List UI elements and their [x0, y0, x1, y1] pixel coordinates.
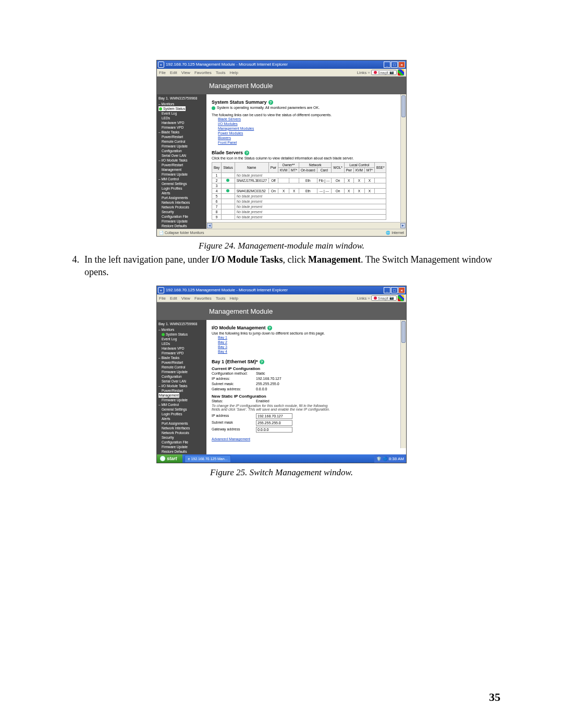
nav-item[interactable]: Remote Control — [158, 365, 205, 369]
jump-link[interactable]: Bay 4 — [218, 349, 401, 354]
maximize-button[interactable]: □ — [391, 61, 398, 68]
scroll-right-icon[interactable]: ► — [400, 223, 406, 228]
nav-item[interactable]: – Blade Tasks — [158, 355, 205, 360]
gateway-input[interactable] — [256, 427, 292, 433]
nav-item[interactable]: Firmware Update — [158, 219, 205, 224]
nav-item[interactable]: Hardware VPD — [158, 346, 205, 351]
nav-item[interactable]: Firmware Update — [158, 445, 205, 449]
nav-item[interactable]: Restart MM — [158, 228, 205, 229]
nav-item[interactable]: Configuration — [158, 149, 205, 153]
minimize-button[interactable]: _ — [384, 61, 390, 68]
horizontal-scrollbar[interactable]: ◄ ► — [206, 222, 406, 229]
nav-item[interactable]: Restore Defaults — [158, 449, 205, 454]
nav-item[interactable]: Port Assignments — [158, 421, 205, 426]
nav-item[interactable]: – I/O Module Tasks — [158, 384, 205, 388]
nav-item[interactable]: – Blade Tasks — [158, 130, 205, 134]
close-button[interactable]: × — [398, 287, 405, 293]
nav-item[interactable]: Network Interfaces — [158, 426, 205, 430]
nav-item[interactable]: LEDs — [158, 341, 205, 346]
menu-tools[interactable]: Tools — [216, 70, 226, 75]
nav-item[interactable]: Event Log — [158, 111, 205, 116]
jump-link[interactable]: Bay 3 — [218, 344, 401, 349]
nav-item[interactable]: Firmware Update — [158, 172, 205, 177]
nav-item[interactable]: Security — [158, 209, 205, 214]
ip-address-input[interactable] — [256, 413, 292, 419]
vertical-scrollbar[interactable] — [400, 94, 406, 223]
nav-item[interactable]: Login Profiles — [158, 186, 205, 191]
nav-item[interactable]: Login Profiles — [158, 412, 205, 416]
menu-edit[interactable]: Edit — [170, 70, 177, 75]
nav-item[interactable]: Firmware VPD — [158, 351, 205, 355]
nav-item[interactable]: Management — [158, 167, 205, 172]
nav-item[interactable]: Network Protocols — [158, 430, 205, 435]
nav-item[interactable]: – MM Control — [158, 402, 205, 407]
quick-link[interactable]: Blowers — [218, 135, 401, 140]
scroll-left-icon[interactable]: ◄ — [207, 223, 212, 228]
quick-link[interactable]: Power Modules — [218, 131, 401, 135]
nav-item[interactable]: Power/Restart — [158, 163, 205, 167]
menu-edit[interactable]: Edit — [170, 296, 177, 301]
nav-item[interactable]: Restore Defaults — [158, 224, 205, 228]
menu-view[interactable]: View — [181, 296, 190, 301]
help-icon[interactable]: ? — [267, 326, 272, 330]
nav-item[interactable]: Firmware Update — [158, 398, 205, 402]
nav-item[interactable]: Configuration — [158, 374, 205, 379]
snagit-button[interactable]: SnagIt 📷 — [371, 295, 397, 301]
menu-favorites[interactable]: Favorites — [194, 70, 212, 75]
snagit-button[interactable]: SnagIt 📷 — [371, 70, 397, 75]
nav-item[interactable]: Firmware VPD — [158, 125, 205, 130]
nav-item[interactable]: Firmware Update — [158, 369, 205, 374]
menu-tools[interactable]: Tools — [216, 296, 226, 301]
help-icon[interactable]: ? — [260, 360, 264, 364]
nav-item[interactable]: Serial Over LAN — [158, 153, 205, 158]
menu-file[interactable]: File — [159, 70, 166, 75]
nav-item[interactable]: Alerts — [158, 191, 205, 195]
nav-item[interactable]: System Status — [158, 106, 186, 111]
menu-favorites[interactable]: Favorites — [194, 296, 212, 301]
nav-item[interactable]: LEDs — [158, 116, 205, 120]
minimize-button[interactable]: _ — [384, 287, 390, 293]
menu-help[interactable]: Help — [229, 296, 238, 301]
nav-item[interactable]: Power/Restart — [158, 388, 205, 393]
nav-item[interactable]: Network Interfaces — [158, 200, 205, 205]
nav-item[interactable]: Hardware VPD — [158, 120, 205, 125]
nav-item[interactable]: System Status — [158, 332, 205, 337]
menu-file[interactable]: File — [159, 296, 166, 301]
nav-item[interactable]: Alerts — [158, 416, 205, 421]
nav-item[interactable]: Power/Restart — [158, 134, 205, 139]
nav-item[interactable]: Network Protocols — [158, 205, 205, 209]
subnet-mask-input[interactable] — [256, 420, 292, 426]
nav-item[interactable]: Configuration File — [158, 440, 205, 445]
nav-item[interactable]: Firmware Update — [158, 144, 205, 149]
close-button[interactable]: × — [398, 61, 405, 68]
nav-item[interactable]: General Settings — [158, 181, 205, 186]
help-icon[interactable]: ? — [268, 100, 273, 105]
nav-item[interactable]: General Settings — [158, 407, 205, 412]
nav-item[interactable]: Event Log — [158, 337, 205, 341]
maximize-button[interactable]: □ — [391, 287, 398, 293]
nav-item[interactable]: Management — [158, 393, 179, 398]
nav-item[interactable]: Remote Control — [158, 139, 205, 144]
advanced-mgmt-link[interactable]: Advanced Management — [212, 437, 401, 441]
menu-view[interactable]: View — [181, 70, 190, 75]
nav-item[interactable]: – Monitors — [158, 102, 205, 106]
nav-item[interactable]: – Monitors — [158, 327, 205, 332]
vertical-scrollbar[interactable] — [400, 320, 406, 448]
nav-item[interactable]: Configuration File — [158, 214, 205, 219]
quick-link[interactable]: Management Modules — [218, 126, 401, 131]
nav-item[interactable]: Port Assignments — [158, 195, 205, 200]
taskbar-item[interactable]: e 192.168.70.125 Man... — [185, 455, 231, 463]
quick-link[interactable]: Front Panel — [218, 140, 401, 145]
help-icon[interactable]: ? — [244, 151, 249, 155]
nav-item[interactable]: Security — [158, 435, 205, 440]
nav-item[interactable]: – MM Control — [158, 177, 205, 181]
quick-link[interactable]: I/O Modules — [218, 121, 401, 126]
nav-item[interactable]: Power/Restart — [158, 360, 205, 365]
nav-item[interactable]: Serial Over LAN — [158, 379, 205, 384]
nav-item[interactable]: – I/O Module Tasks — [158, 158, 205, 163]
start-button[interactable]: start — [157, 454, 182, 463]
jump-link[interactable]: Bay 2 — [218, 340, 401, 344]
quick-link[interactable]: Blade Servers — [218, 117, 401, 121]
menu-help[interactable]: Help — [229, 70, 238, 75]
jump-link[interactable]: Bay 1 — [218, 335, 401, 340]
